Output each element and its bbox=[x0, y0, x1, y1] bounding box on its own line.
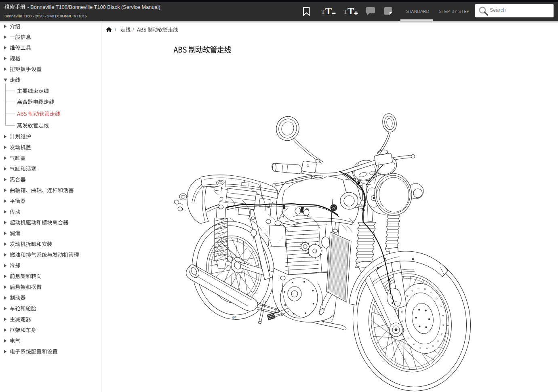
svg-text:/: / bbox=[133, 27, 134, 33]
svg-text:T: T bbox=[325, 6, 332, 16]
svg-text:T: T bbox=[347, 6, 354, 16]
svg-text:gxt: gxt bbox=[232, 316, 236, 319]
svg-text:T: T bbox=[343, 9, 347, 15]
svg-text:/: / bbox=[115, 27, 116, 33]
svg-text:T: T bbox=[321, 9, 325, 15]
